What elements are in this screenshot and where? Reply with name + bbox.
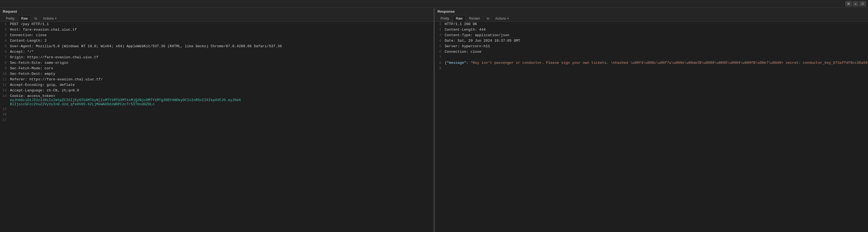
code-line: 2 Content-Length: 444 — [435, 27, 868, 33]
code-line: 8 Sec-Fetch-Site: same-origin — [0, 61, 433, 66]
panels: Request Pretty Raw \n Actions ▾ 1 POST /… — [0, 8, 868, 232]
actions-label: Actions — [43, 16, 54, 21]
code-line: 7 — [435, 55, 868, 61]
layout-btn-1[interactable]: ⊞ — [845, 1, 852, 6]
request-tabs: Pretty Raw \n Actions ▾ — [3, 15, 431, 22]
response-panel: Response Pretty Raw Render \n Actions ▾ … — [435, 8, 868, 232]
tab-request-pretty[interactable]: Pretty — [3, 15, 18, 22]
code-line: 8 {"message": "Key isn't passenger or co… — [435, 61, 868, 66]
response-code-area[interactable]: 1 HTTP/1.1 200 OK 2 Content-Length: 444 … — [435, 22, 868, 232]
code-line: 12 Accept-Encoding: gzip, deflate — [0, 83, 433, 88]
tab-response-render[interactable]: Render — [466, 15, 483, 22]
code-line: 14 Cookie: access_token= eyJhbGciOiJIUzI… — [0, 93, 433, 107]
chevron-down-icon: ▾ — [507, 17, 509, 20]
tab-request-actions[interactable]: Actions ▾ — [41, 16, 58, 21]
response-panel-header: Response Pretty Raw Render \n Actions ▾ — [435, 8, 868, 22]
response-tabs: Pretty Raw Render \n Actions ▾ — [438, 15, 866, 22]
request-title: Request — [3, 9, 431, 13]
code-line: 15 — [0, 107, 433, 112]
code-line: 3 Connection: close — [0, 33, 433, 38]
code-line: 1 HTTP/1.1 200 OK — [435, 22, 868, 27]
code-line: 3 Content-Type: application/json — [435, 33, 868, 38]
code-line: 6 Accept: */* — [0, 49, 433, 55]
request-code-area[interactable]: 1 POST /pay HTTP/1.1 2 Host: fare-evasio… — [0, 22, 433, 232]
tab-request-newline[interactable]: \n — [31, 15, 40, 22]
request-panel-header: Request Pretty Raw \n Actions ▾ — [0, 8, 433, 22]
code-line: 4 Date: Sat, 29 Jun 2024 19:37:05 GMT — [435, 38, 868, 44]
request-panel: Request Pretty Raw \n Actions ▾ 1 POST /… — [0, 8, 434, 232]
code-line: 6 Connection: close — [435, 49, 868, 55]
code-line: 16 — [0, 112, 433, 118]
tab-response-raw[interactable]: Raw — [453, 15, 466, 22]
code-line: 5 User-Agent: Mozilla/5.0 (Windows NT 10… — [0, 44, 433, 49]
code-line: 5 Server: hypercorn-h11 — [435, 44, 868, 49]
tab-response-actions[interactable]: Actions ▾ — [493, 16, 510, 21]
actions-label: Actions — [495, 16, 506, 21]
code-line: 4 Content-Length: 2 — [0, 38, 433, 44]
code-line: 7 Origin: https://fare-evasion.chal.uiuc… — [0, 55, 433, 61]
code-line: 1 POST /pay HTTP/1.1 — [0, 22, 433, 27]
layout-btn-3[interactable]: ⊡ — [860, 1, 866, 6]
code-line: 13 Accept-Language: zh-CN, zh;q=0.9 — [0, 88, 433, 93]
response-title: Response — [438, 9, 866, 13]
code-line: 11 Referer: https://fare-evasion.chal.ui… — [0, 77, 433, 83]
chevron-down-icon: ▾ — [55, 17, 56, 20]
code-line: 10 Sec-Fetch-Dest: empty — [0, 72, 433, 77]
code-line: 2 Host: fare-evasion.chal.uiuc.tf — [0, 27, 433, 33]
tab-request-raw[interactable]: Raw — [18, 15, 31, 22]
tab-response-pretty[interactable]: Pretty — [438, 15, 452, 22]
layout-btn-2[interactable]: ≡ — [853, 1, 858, 6]
code-line: 9 — [435, 66, 868, 72]
top-bar: ⊞ ≡ ⊡ — [0, 0, 868, 8]
code-line: 9 Sec-Fetch-Mode: cors — [0, 66, 433, 72]
tab-response-newline[interactable]: \n — [484, 15, 492, 22]
code-line: 17 — [0, 118, 433, 123]
